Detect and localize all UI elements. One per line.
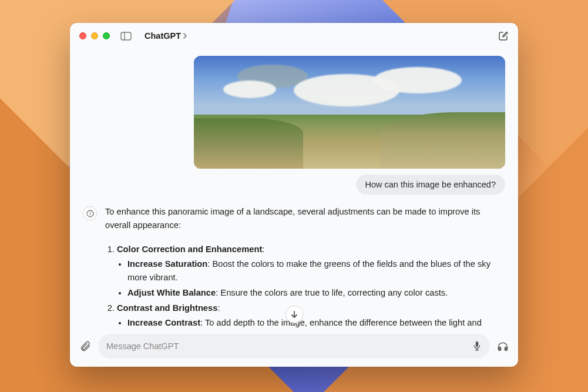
titlebar: ChatGPT <box>70 23 518 49</box>
app-window: ChatGPT <box>70 23 518 367</box>
svg-rect-4 <box>476 341 479 347</box>
traffic-lights <box>79 32 110 39</box>
message-input[interactable] <box>106 341 472 351</box>
paperclip-icon <box>79 340 91 352</box>
user-message-text: How can this image be enhanced? <box>365 180 496 189</box>
list-item: Contrast and Brightness: Increase Contra… <box>117 301 502 328</box>
window-title[interactable]: ChatGPT <box>145 31 187 41</box>
sidebar-toggle-button[interactable] <box>120 32 132 41</box>
chevron-right-icon <box>183 32 187 39</box>
user-uploaded-image[interactable] <box>194 56 505 169</box>
list-item-title: Color Correction and Enhancement <box>117 244 262 254</box>
chat-content: How can this image be enhanced? To enhan… <box>70 49 518 328</box>
scroll-to-bottom-button[interactable] <box>285 306 303 323</box>
new-chat-button[interactable] <box>498 31 509 41</box>
message-input-wrap <box>98 334 490 359</box>
assistant-avatar <box>83 206 97 220</box>
list-subitem: Increase Saturation: Boost the colors to… <box>127 257 502 284</box>
chatgpt-logo-icon <box>86 209 95 218</box>
list-item: Color Correction and Enhancement: Increa… <box>117 243 502 300</box>
list-subitem: Adjust White Balance: Ensure the colors … <box>127 286 502 300</box>
voice-mode-button[interactable] <box>497 340 509 352</box>
list-item-title: Contrast and Brightness <box>117 303 217 313</box>
assistant-intro-text: To enhance this panoramic image of a lan… <box>105 205 502 232</box>
composer <box>70 328 518 367</box>
window-title-text: ChatGPT <box>145 31 181 41</box>
maximize-window-button[interactable] <box>103 32 110 39</box>
voice-input-button[interactable] <box>472 341 482 351</box>
arrow-down-icon <box>290 310 298 319</box>
attach-file-button[interactable] <box>79 340 91 352</box>
user-message: How can this image be enhanced? <box>83 56 505 195</box>
list-subitem: Increase Contrast: To add depth to the i… <box>127 316 502 328</box>
minimize-window-button[interactable] <box>91 32 98 39</box>
close-window-button[interactable] <box>79 32 86 39</box>
compose-icon <box>498 31 509 41</box>
svg-rect-0 <box>121 32 131 40</box>
user-message-bubble: How can this image be enhanced? <box>356 175 505 195</box>
assistant-numbered-list: Color Correction and Enhancement: Increa… <box>105 243 502 328</box>
headphones-icon <box>497 340 509 352</box>
sidebar-icon <box>120 32 132 41</box>
assistant-message-body: To enhance this panoramic image of a lan… <box>105 205 505 328</box>
microphone-icon <box>472 341 482 351</box>
